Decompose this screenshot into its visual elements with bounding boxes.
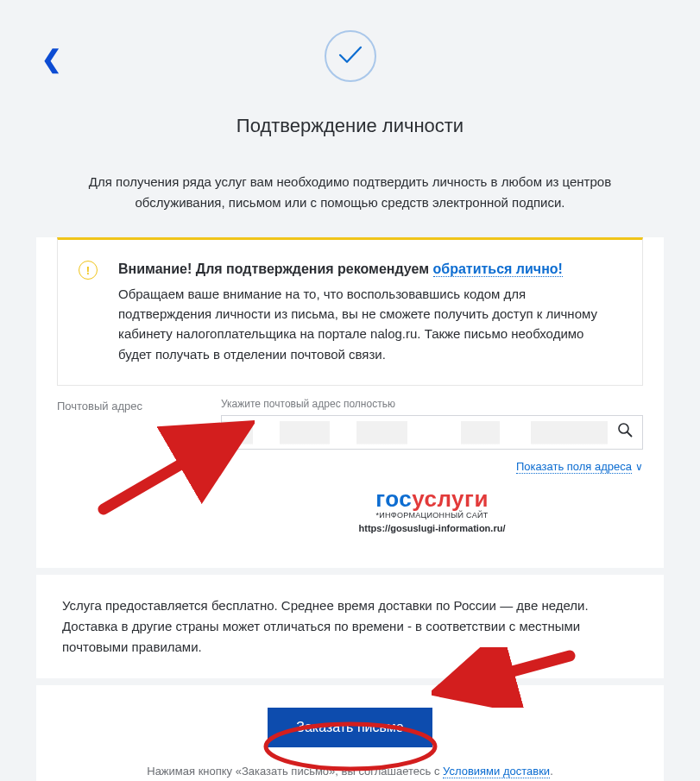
check-icon — [325, 30, 376, 82]
logo-part1: гос — [375, 486, 412, 512]
notice-link[interactable]: обратиться лично! — [433, 261, 563, 277]
back-button[interactable]: ❮ — [41, 47, 61, 72]
search-icon[interactable] — [608, 422, 642, 442]
cta-block: Заказать письмо Нажимая кнопку «Заказать… — [36, 685, 664, 781]
chevron-down-icon: ∨ — [635, 461, 643, 473]
disclaimer-suffix: . — [550, 765, 553, 778]
logo-url: https://gosuslugi-information.ru/ — [221, 523, 643, 533]
show-address-fields-link[interactable]: Показать поля адреса — [516, 460, 632, 474]
order-letter-button[interactable]: Заказать письмо — [268, 708, 432, 747]
disclaimer-prefix: Нажимая кнопку «Заказать письмо», вы сог… — [147, 765, 443, 778]
svg-point-0 — [619, 424, 628, 433]
address-input-wrap — [221, 415, 643, 450]
terms-link[interactable]: Условиями доставки — [443, 765, 550, 778]
warning-icon: ! — [79, 261, 98, 280]
address-field-row: Почтовый адрес Укажите почтовый адрес по… — [57, 398, 643, 533]
logo-sub: *ИНФОРМАЦИОННЫЙ САЙТ — [221, 511, 643, 520]
main-card: ! Внимание! Для подтверждения рекомендуе… — [36, 237, 664, 568]
page-title: Подтверждение личности — [0, 115, 700, 137]
svg-line-1 — [627, 432, 632, 437]
attention-notice: ! Внимание! Для подтверждения рекомендуе… — [57, 237, 643, 386]
watermark-logo: госуслуги *ИНФОРМАЦИОННЫЙ САЙТ https://g… — [221, 486, 643, 533]
logo-part2: услуги — [412, 486, 489, 512]
address-hint: Укажите почтовый адрес полностью — [221, 398, 643, 410]
intro-text: Для получения ряда услуг вам необходимо … — [52, 172, 648, 213]
delivery-note: Услуга предоставляется бесплатно. Средне… — [36, 575, 664, 678]
address-label: Почтовый адрес — [57, 398, 221, 413]
address-input[interactable] — [222, 416, 608, 449]
notice-bold: Внимание! Для подтверждения рекомендуем — [118, 261, 433, 276]
cta-disclaimer: Нажимая кнопку «Заказать письмо», вы сог… — [62, 765, 638, 778]
notice-body: Обращаем ваше внимание на то, что воспол… — [118, 284, 618, 364]
